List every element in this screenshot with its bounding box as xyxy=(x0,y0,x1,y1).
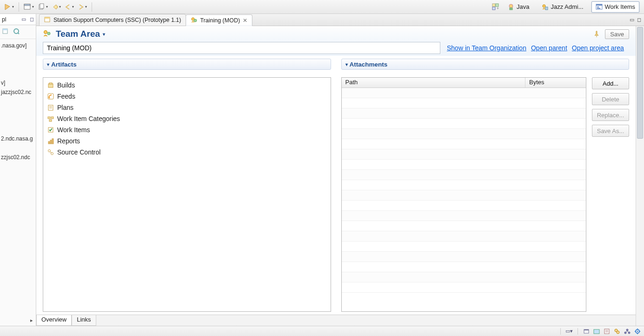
attachments-add-button[interactable]: Add... xyxy=(592,77,629,89)
perspective-work-items[interactable]: Work Items xyxy=(591,1,640,13)
status-icon-4[interactable] xyxy=(613,328,621,335)
pin-icon[interactable] xyxy=(593,30,600,38)
svg-point-41 xyxy=(48,150,51,152)
status-icon-1[interactable] xyxy=(583,328,590,335)
editor-bottom-tabs: Overview Links xyxy=(36,315,636,326)
plans-icon xyxy=(47,104,54,111)
save-button[interactable]: Save xyxy=(605,29,629,39)
artifact-source-control[interactable]: Source Control xyxy=(43,147,331,158)
team-area-title[interactable]: Team Area ▾ xyxy=(56,29,105,39)
artifact-work-items[interactable]: Work Items xyxy=(43,124,331,135)
editor-scrollbar[interactable] xyxy=(636,26,644,326)
svg-rect-21 xyxy=(45,17,50,19)
status-icon-2[interactable] xyxy=(593,328,600,335)
artifacts-tree: Builds Feeds Plans xyxy=(43,77,331,312)
view-tool-icon-2[interactable] xyxy=(13,28,20,36)
link-show-team-org[interactable]: Show in Team Organization xyxy=(447,44,526,52)
svg-point-30 xyxy=(49,97,50,99)
svg-rect-45 xyxy=(584,329,589,330)
attachments-replace-button[interactable]: Replace... xyxy=(592,109,629,121)
artifact-reports[interactable]: Reports xyxy=(43,135,331,147)
attachments-delete-button[interactable]: Delete xyxy=(592,93,629,105)
status-view-menu-icon[interactable]: ▭▾ xyxy=(565,328,573,334)
svg-point-25 xyxy=(47,32,50,35)
editor-tab-icon xyxy=(44,16,51,24)
status-icon-3[interactable] xyxy=(603,328,611,335)
link-open-parent[interactable]: Open parent xyxy=(531,44,567,52)
status-gear-icon[interactable] xyxy=(634,328,641,335)
left-pane-tab-label[interactable]: pl xyxy=(2,16,6,23)
status-icon-5[interactable] xyxy=(624,328,631,335)
perspective-jazz-admin-label: Jazz Admi... xyxy=(551,3,583,10)
svg-point-8 xyxy=(509,4,513,8)
col-path[interactable]: Path xyxy=(342,78,526,87)
attachments-section-header[interactable]: ▾ Attachments xyxy=(341,59,630,70)
left-view-pane: pl ▭ ◻ .nasa.gov] v] jazzjsc02.nc 2.ndc.… xyxy=(0,14,36,326)
svg-point-58 xyxy=(637,330,638,332)
svg-rect-39 xyxy=(50,140,52,144)
artifact-label: Reports xyxy=(57,136,80,146)
link-open-project-area[interactable]: Open project area xyxy=(572,44,624,52)
editor-tab-ssc[interactable]: Station Support Computers (SSC) (Prototy… xyxy=(39,14,186,26)
attachments-table[interactable]: Path Bytes xyxy=(341,77,587,312)
chevron-down-icon: ▾ xyxy=(103,32,105,37)
restore-icon[interactable]: ◻ xyxy=(30,16,34,22)
bottom-tab-overview[interactable]: Overview xyxy=(36,315,72,326)
editor-minimize-icon[interactable]: ▭ xyxy=(630,17,634,23)
artifact-builds[interactable]: Builds xyxy=(43,80,331,91)
editor-tab-training[interactable]: Training (MOD) ✕ xyxy=(186,14,252,26)
minimize-icon[interactable]: ▭ xyxy=(21,16,26,22)
open-perspective-icon[interactable]: + xyxy=(492,3,499,11)
bottom-tab-links[interactable]: Links xyxy=(72,315,96,326)
artifact-feeds[interactable]: Feeds xyxy=(43,91,331,102)
tool-nav-back-icon[interactable]: ▾ xyxy=(64,2,75,12)
tool-back-icon[interactable]: ▾ xyxy=(51,2,62,12)
artifact-label: Work Items xyxy=(57,125,90,134)
attachments-header-label: Attachments xyxy=(350,61,388,68)
svg-rect-28 xyxy=(49,83,52,84)
svg-rect-15 xyxy=(597,8,600,9)
left-pane-content: .nasa.gov] v] jazzjsc02.nc 2.ndc.nasa.g … xyxy=(0,39,36,164)
svg-rect-1 xyxy=(24,4,30,6)
perspective-java[interactable]: Java xyxy=(503,1,533,13)
attachments-rows xyxy=(342,88,586,311)
view-tool-icon-1[interactable] xyxy=(2,28,8,36)
svg-point-51 xyxy=(617,331,619,334)
svg-rect-35 xyxy=(51,117,53,119)
editor-maximize-icon[interactable]: ◻ xyxy=(637,17,641,23)
editor-tab-ssc-label: Station Support Computers (SSC) (Prototy… xyxy=(53,17,181,23)
svg-point-24 xyxy=(44,30,47,34)
team-area-name-input[interactable] xyxy=(43,42,440,54)
artifacts-header-label: Artifacts xyxy=(51,61,77,68)
artifacts-section-header[interactable]: ▾ Artifacts xyxy=(43,59,331,70)
tool-window-icon[interactable]: ▾ xyxy=(23,2,35,12)
work-items-icon xyxy=(47,126,54,134)
tool-copy-icon[interactable]: ▾ xyxy=(37,2,49,12)
svg-point-10 xyxy=(543,5,545,7)
tool-new-icon[interactable]: ▾ xyxy=(3,2,15,12)
svg-rect-14 xyxy=(597,7,599,7)
categories-icon xyxy=(47,115,54,122)
svg-line-55 xyxy=(626,331,627,332)
artifact-plans[interactable]: Plans xyxy=(43,102,331,113)
col-bytes[interactable]: Bytes xyxy=(525,78,586,87)
svg-rect-13 xyxy=(596,4,602,6)
svg-text:+: + xyxy=(497,6,499,11)
artifact-label: Plans xyxy=(57,103,73,112)
svg-rect-46 xyxy=(594,329,599,334)
attachments-saveas-button[interactable]: Save As... xyxy=(592,125,629,137)
svg-line-56 xyxy=(627,331,629,332)
scrollbar-thumb[interactable] xyxy=(637,27,643,139)
collapse-pane-icon[interactable]: ▸ xyxy=(27,317,36,326)
close-tab-icon[interactable]: ✕ xyxy=(243,17,247,24)
left-fragment: .nasa.gov] xyxy=(1,41,35,50)
main-toolbar: ▾ ▾ ▾ ▾ ▾ ▾ + Java Jazz xyxy=(0,0,644,14)
status-bar: ▭▾ xyxy=(0,326,644,336)
artifact-label: Feeds xyxy=(57,92,75,101)
svg-rect-36 xyxy=(49,120,52,121)
perspective-jazz-admin[interactable]: Jazz Admi... xyxy=(537,1,587,13)
editor-tab-training-label: Training (MOD) xyxy=(200,17,240,24)
svg-rect-6 xyxy=(492,7,495,10)
tool-nav-fwd-icon[interactable]: ▾ xyxy=(77,2,88,12)
artifact-work-item-categories[interactable]: Work Item Categories xyxy=(43,113,331,124)
